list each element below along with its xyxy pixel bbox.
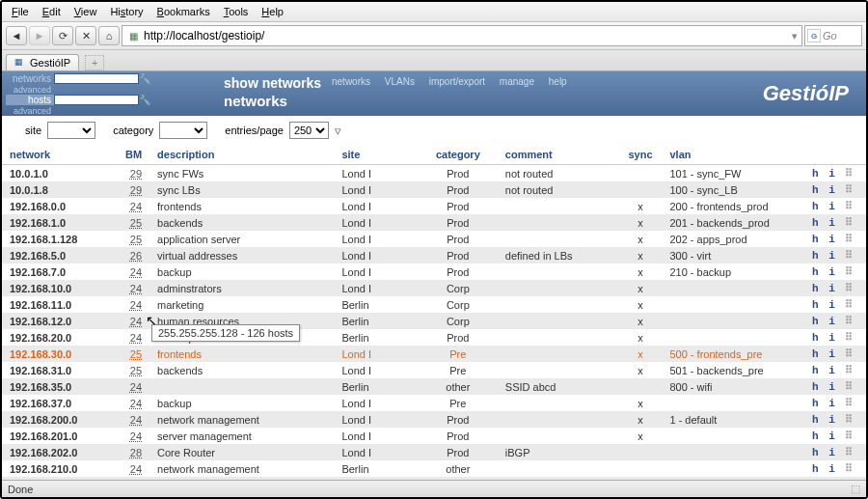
grid-icon[interactable]: ⠿ xyxy=(845,463,853,475)
col-sync[interactable]: sync xyxy=(619,145,663,165)
col-bm[interactable]: BM xyxy=(113,145,149,165)
wrench-icon[interactable]: 🔧 xyxy=(139,95,150,105)
grid-icon[interactable]: ⠿ xyxy=(845,332,853,344)
cell-network[interactable]: 10.0.1.0 xyxy=(2,165,113,182)
hosts-icon[interactable]: h xyxy=(812,348,821,360)
cell-network[interactable]: 192.168.20.0 xyxy=(2,329,113,346)
hosts-icon[interactable]: h xyxy=(812,184,821,196)
table-row[interactable]: 192.168.201.024server managementLond IPr… xyxy=(2,428,866,444)
table-row[interactable]: 192.168.5.026virtual addressesLond IProd… xyxy=(2,247,866,263)
hosts-icon[interactable]: h xyxy=(812,463,821,475)
cell-bm[interactable]: 24 xyxy=(113,428,149,444)
cell-bm[interactable]: 24 xyxy=(113,460,149,477)
info-icon[interactable]: i xyxy=(828,201,837,212)
hosts-icon[interactable]: h xyxy=(812,381,821,393)
table-row[interactable]: 192.168.1.025backendsLond IProdx201 - ba… xyxy=(2,214,866,231)
hosts-icon[interactable]: h xyxy=(812,168,821,180)
grid-icon[interactable]: ⠿ xyxy=(845,430,853,442)
new-tab-button[interactable]: + xyxy=(85,55,104,70)
hosts-icon[interactable]: h xyxy=(812,332,821,344)
nav-help[interactable]: help xyxy=(549,76,567,87)
hosts-icon[interactable]: h xyxy=(812,430,821,442)
hosts-icon[interactable]: h xyxy=(812,283,821,294)
grid-icon[interactable]: ⠿ xyxy=(845,414,853,426)
menu-history[interactable]: History xyxy=(104,4,149,19)
table-row[interactable]: 10.0.1.029sync FWsLond IProdnot routed10… xyxy=(2,165,866,182)
info-icon[interactable]: i xyxy=(828,332,837,344)
col-description[interactable]: description xyxy=(149,145,334,165)
grid-icon[interactable]: ⠿ xyxy=(845,217,853,229)
info-icon[interactable]: i xyxy=(828,250,837,262)
cell-bm[interactable]: 25 xyxy=(113,231,149,247)
cell-network[interactable]: 192.168.202.0 xyxy=(2,444,113,460)
cell-network[interactable]: 10.0.1.8 xyxy=(2,181,113,198)
cell-bm[interactable]: 24 xyxy=(113,296,149,313)
table-row[interactable]: 192.168.210.024network managementBerlino… xyxy=(2,460,866,477)
info-icon[interactable]: i xyxy=(828,283,837,294)
hosts-icon[interactable]: h xyxy=(812,201,821,212)
table-row[interactable]: 192.168.10.024adminstratorsLond ICorpxh … xyxy=(2,280,866,296)
qs-advanced2-label[interactable]: advanced xyxy=(6,106,54,116)
cell-bm[interactable]: 24 xyxy=(113,411,149,428)
cell-bm[interactable]: 24 xyxy=(113,198,149,214)
cell-network[interactable]: 192.168.12.0 xyxy=(2,313,113,329)
info-icon[interactable]: i xyxy=(828,447,837,458)
table-row[interactable]: 192.168.1.12825application serverLond IP… xyxy=(2,231,866,247)
nav-reload-button[interactable]: ⟳ xyxy=(52,26,73,45)
cell-network[interactable]: 192.168.30.0 xyxy=(2,346,113,362)
cell-network[interactable]: 192.168.37.0 xyxy=(2,395,113,411)
table-row[interactable]: 192.168.0.024frontendsLond IProdx200 - f… xyxy=(2,198,866,214)
col-category[interactable]: category xyxy=(419,145,498,165)
menu-edit[interactable]: Edit xyxy=(37,4,67,19)
table-row[interactable]: 192.168.200.024network managementLond IP… xyxy=(2,411,866,428)
qs-advanced-label[interactable]: advanced xyxy=(6,85,54,95)
grid-icon[interactable]: ⠿ xyxy=(845,184,853,196)
info-icon[interactable]: i xyxy=(828,365,837,376)
filter-icon[interactable]: ▿ xyxy=(335,124,341,138)
cell-network[interactable]: 192.168.1.128 xyxy=(2,231,113,247)
table-row[interactable]: 192.168.35.024BerlinotherSSID abcd800 - … xyxy=(2,378,866,395)
grid-icon[interactable]: ⠿ xyxy=(845,447,853,458)
grid-icon[interactable]: ⠿ xyxy=(845,365,853,376)
wrench-icon[interactable]: 🔧 xyxy=(139,73,150,84)
site-filter-select[interactable] xyxy=(47,122,95,139)
cell-bm[interactable]: 25 xyxy=(113,362,149,378)
qs-networks-input[interactable] xyxy=(54,73,139,84)
hosts-icon[interactable]: h xyxy=(812,316,821,327)
hosts-icon[interactable]: h xyxy=(812,266,821,278)
cell-bm[interactable]: 25 xyxy=(113,214,149,231)
cell-bm[interactable]: 24 xyxy=(113,263,149,280)
info-icon[interactable]: i xyxy=(828,217,837,229)
entries-select[interactable]: 250 xyxy=(289,122,329,139)
table-row[interactable]: 192.168.12.024human resourcesBerlinCorpx… xyxy=(2,313,866,329)
menu-bookmarks[interactable]: Bookmarks xyxy=(151,4,216,19)
cell-network[interactable]: 192.168.7.0 xyxy=(2,263,113,280)
dropdown-icon[interactable]: ▾ xyxy=(792,30,798,42)
grid-icon[interactable]: ⠿ xyxy=(845,398,853,409)
cell-bm[interactable]: 29 xyxy=(113,165,149,182)
search-box[interactable]: G Go xyxy=(804,25,862,46)
browser-tab[interactable]: ▦ GestióIP xyxy=(6,54,79,70)
table-row[interactable]: 192.168.37.024backupLond IPrexh i ⠿ xyxy=(2,395,866,411)
grid-icon[interactable]: ⠿ xyxy=(845,381,853,393)
grid-icon[interactable]: ⠿ xyxy=(845,316,853,327)
qs-networks-label[interactable]: networks xyxy=(6,73,54,84)
table-row[interactable]: 192.168.31.025backendsLond IPrex501 - ba… xyxy=(2,362,866,378)
grid-icon[interactable]: ⠿ xyxy=(845,234,853,245)
table-row[interactable]: 192.168.7.024backupLond IProdx210 - back… xyxy=(2,263,866,280)
info-icon[interactable]: i xyxy=(828,463,837,475)
menu-file[interactable]: File xyxy=(6,4,35,19)
grid-icon[interactable]: ⠿ xyxy=(845,250,853,262)
info-icon[interactable]: i xyxy=(828,168,837,180)
cell-bm[interactable]: 25 xyxy=(113,346,149,362)
info-icon[interactable]: i xyxy=(828,316,837,327)
table-row[interactable]: 192.168.11.024marketingBerlinCorpxh i ⠿ xyxy=(2,296,866,313)
cell-network[interactable]: 192.168.200.0 xyxy=(2,411,113,428)
cell-bm[interactable]: 26 xyxy=(113,247,149,263)
nav-forward-button[interactable]: ► xyxy=(29,26,50,45)
hosts-icon[interactable]: h xyxy=(812,447,821,458)
cell-bm[interactable]: 24 xyxy=(113,378,149,395)
cell-network[interactable]: 192.168.35.0 xyxy=(2,378,113,395)
hosts-icon[interactable]: h xyxy=(812,299,821,311)
url-input[interactable] xyxy=(144,29,788,42)
